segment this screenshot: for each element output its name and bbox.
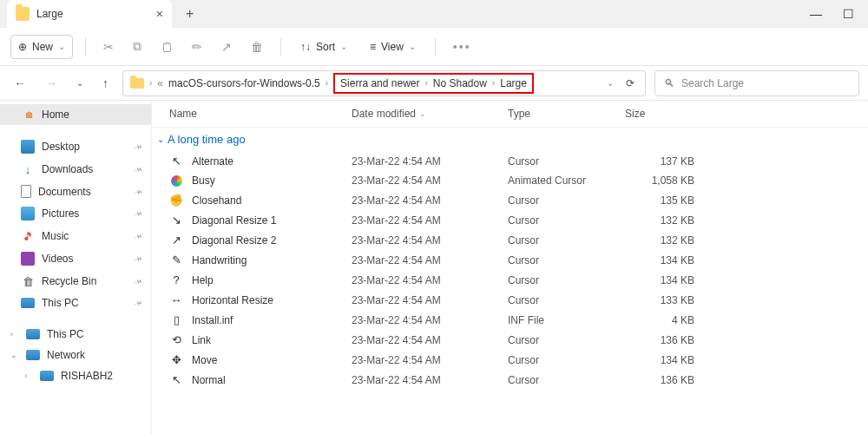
cut-icon[interactable]: ✂ (98, 36, 119, 57)
pin-icon[interactable]: 📌︎ (131, 162, 145, 176)
paste-icon[interactable]: 📋︎ (155, 36, 178, 57)
download-icon: ↓ (21, 162, 35, 176)
table-row[interactable]: ?Help23-Mar-22 4:54 AMCursor134 KB (152, 270, 868, 290)
table-row[interactable]: ✥Move23-Mar-22 4:54 AMCursor134 KB (152, 350, 868, 370)
address-dropdown-icon[interactable]: ⌄ (607, 78, 614, 88)
file-date: 23-Mar-22 4:54 AM (352, 174, 508, 187)
column-name[interactable]: Name (169, 108, 352, 120)
body: 🏠︎ Home Desktop 📌︎ ↓ Downloads 📌︎ Docume… (0, 101, 868, 434)
breadcrumb-item[interactable]: No Shadow (433, 77, 487, 89)
recent-chevron-icon[interactable]: ⌄ (71, 75, 89, 91)
sidebar-item-music[interactable]: 🎵︎ Music 📌︎ (0, 225, 151, 247)
sidebar-item-videos[interactable]: Videos 📌︎ (0, 247, 151, 270)
search-placeholder: Search Large (681, 77, 744, 89)
copy-icon[interactable]: ⧉ (128, 36, 147, 57)
cursor-icon: ↖ (169, 155, 183, 168)
new-button[interactable]: ⊕ New ⌄ (10, 35, 73, 59)
chevron-right-icon[interactable]: › (10, 330, 19, 339)
new-tab-button[interactable]: + (179, 3, 201, 25)
table-row[interactable]: ↘Diagonal Resize 123-Mar-22 4:54 AMCurso… (152, 210, 868, 230)
file-type: Cursor (508, 194, 625, 207)
document-icon (21, 185, 31, 198)
maximize-icon[interactable]: ☐ (843, 7, 854, 21)
file-list: ↖Alternate23-Mar-22 4:54 AMCursor137 KBB… (152, 151, 868, 390)
sidebar-item-network[interactable]: ⌄ Network (0, 345, 151, 365)
address-row: ← → ⌄ ↑ › « macOS-cursors-for-Windows-0.… (0, 66, 868, 101)
table-row[interactable]: ▯Install.inf23-Mar-22 4:54 AMINF File4 K… (152, 310, 868, 330)
overflow-icon[interactable]: « (157, 77, 163, 89)
pin-icon[interactable]: 📌︎ (131, 140, 145, 154)
chevron-right-icon: › (149, 78, 152, 88)
file-type: Animated Cursor (508, 174, 625, 187)
delete-icon[interactable]: 🗑︎ (246, 36, 268, 57)
sidebar-item-home[interactable]: 🏠︎ Home (0, 104, 151, 125)
sidebar-label: This PC (42, 297, 79, 309)
table-row[interactable]: ↔Horizontal Resize23-Mar-22 4:54 AMCurso… (152, 290, 868, 310)
tab-large[interactable]: Large × (7, 0, 172, 28)
pin-icon[interactable]: 📌︎ (131, 274, 145, 288)
up-button[interactable]: ↑ (97, 73, 114, 94)
sidebar-item-host[interactable]: › RISHABH2 (0, 365, 151, 386)
music-icon: 🎵︎ (21, 229, 35, 243)
column-size[interactable]: Size (625, 108, 694, 120)
chevron-down-icon: ⌄ (409, 42, 416, 51)
sidebar-item-desktop[interactable]: Desktop 📌︎ (0, 135, 151, 158)
file-name: Move (192, 354, 217, 366)
rename-icon[interactable]: ✏ (187, 36, 207, 57)
pc-icon (21, 298, 35, 308)
address-bar[interactable]: › « macOS-cursors-for-Windows-0.5 › Sier… (122, 70, 646, 96)
table-row[interactable]: ⟲Link23-Mar-22 4:54 AMCursor136 KB (152, 330, 868, 350)
pin-icon[interactable]: 📌︎ (131, 207, 145, 220)
table-row[interactable]: ↖Alternate23-Mar-22 4:54 AMCursor137 KB (152, 151, 868, 171)
pin-icon[interactable]: 📌︎ (131, 252, 145, 266)
breadcrumb-item[interactable]: Sierra and newer (340, 77, 419, 89)
chevron-right-icon: › (326, 78, 328, 88)
sidebar-label: RISHABH2 (61, 370, 113, 382)
file-size: 4 KB (625, 314, 694, 326)
pin-icon[interactable]: 📌︎ (131, 296, 145, 310)
sidebar-item-downloads[interactable]: ↓ Downloads 📌︎ (0, 158, 151, 181)
sidebar-item-pictures[interactable]: Pictures 📌︎ (0, 202, 151, 225)
sidebar-item-thispc[interactable]: › This PC (0, 324, 151, 345)
sidebar-item-documents[interactable]: Documents 📌︎ (0, 181, 151, 202)
breadcrumb-item[interactable]: Large (500, 77, 527, 89)
file-size: 136 KB (625, 334, 694, 346)
column-type[interactable]: Type (508, 108, 625, 120)
pc-icon (40, 371, 54, 381)
share-icon[interactable]: ↗ (216, 36, 237, 57)
back-button[interactable]: ← (9, 73, 31, 94)
table-row[interactable]: Busy23-Mar-22 4:54 AMAnimated Cursor1,05… (152, 171, 868, 190)
chevron-down-icon[interactable]: ⌄ (10, 351, 19, 359)
group-header[interactable]: ⌄ A long time ago (152, 128, 868, 151)
separator (85, 37, 86, 56)
chevron-down-icon: ⌄ (340, 42, 347, 51)
sidebar-label: Desktop (42, 141, 80, 153)
view-button[interactable]: ≡ View ⌄ (363, 36, 423, 58)
cursor-icon: ✊ (169, 194, 183, 207)
column-date[interactable]: Date modified⌄ (352, 108, 508, 120)
minimize-icon[interactable]: — (810, 7, 822, 21)
sort-button[interactable]: ↑↓ Sort ⌄ (293, 36, 354, 58)
refresh-icon[interactable]: ⟳ (622, 74, 638, 93)
search-input[interactable]: 🔍︎ Search Large (654, 70, 859, 96)
sidebar-item-recycle[interactable]: 🗑︎ Recycle Bin 📌︎ (0, 270, 151, 293)
breadcrumb-root[interactable]: macOS-cursors-for-Windows-0.5 (168, 77, 320, 89)
table-row[interactable]: ✊Closehand23-Mar-22 4:54 AMCursor135 KB (152, 190, 868, 210)
file-name: Help (192, 274, 214, 286)
file-date: 23-Mar-22 4:54 AM (352, 155, 508, 168)
close-icon[interactable]: × (156, 7, 163, 21)
file-date: 23-Mar-22 4:54 AM (352, 314, 508, 326)
chevron-right-icon[interactable]: › (24, 372, 33, 380)
more-icon[interactable]: ••• (448, 36, 477, 57)
table-row[interactable]: ↖Normal23-Mar-22 4:54 AMCursor136 KB (152, 370, 868, 390)
forward-button[interactable]: → (40, 73, 62, 94)
table-row[interactable]: ✎Handwriting23-Mar-22 4:54 AMCursor134 K… (152, 250, 868, 270)
breadcrumb-highlighted: Sierra and newer › No Shadow › Large (333, 73, 534, 94)
file-size: 136 KB (625, 374, 694, 386)
table-row[interactable]: ↗Diagonal Resize 223-Mar-22 4:54 AMCurso… (152, 230, 868, 250)
file-name: Busy (192, 174, 215, 187)
pin-icon[interactable]: 📌︎ (131, 185, 145, 199)
toolbar: ⊕ New ⌄ ✂ ⧉ 📋︎ ✏ ↗ 🗑︎ ↑↓ Sort ⌄ ≡ View ⌄… (0, 28, 868, 66)
sidebar-item-thispc-quick[interactable]: This PC 📌︎ (0, 293, 151, 313)
pin-icon[interactable]: 📌︎ (131, 229, 145, 243)
